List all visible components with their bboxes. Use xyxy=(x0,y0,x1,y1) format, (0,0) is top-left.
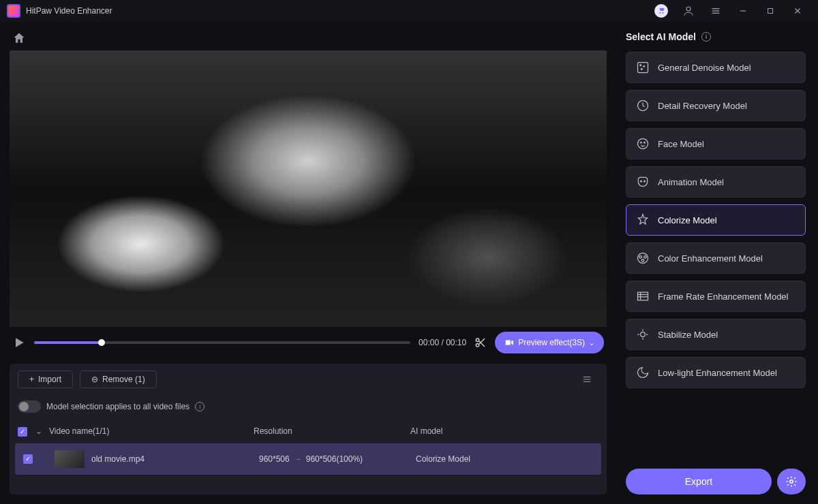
preview-effect-button[interactable]: Preview effect(3S) ⌄ xyxy=(495,332,604,353)
svg-point-16 xyxy=(640,65,641,66)
list-icon xyxy=(581,375,593,384)
maximize-icon xyxy=(766,7,774,15)
play-icon xyxy=(12,336,26,349)
svg-point-33 xyxy=(641,332,646,337)
toggle-knob xyxy=(19,402,29,411)
table-row[interactable]: ✓ old movie.mp4 960*506 → 960*506(100%) … xyxy=(15,443,601,475)
import-label: Import xyxy=(38,375,61,384)
preview-effect-label: Preview effect(3S) xyxy=(518,338,585,347)
apply-all-toggle[interactable] xyxy=(18,400,41,413)
play-button[interactable] xyxy=(12,336,26,349)
model-label: Detail Recovery Model xyxy=(658,101,747,111)
list-view-button[interactable] xyxy=(575,375,599,384)
file-table-header: ✓ ⌄ Video name(1/1) Resolution AI model xyxy=(10,420,607,443)
minus-circle-icon: ⊖ xyxy=(91,375,98,384)
import-button[interactable]: +Import xyxy=(18,371,73,388)
resolution-out: 960*506(100%) xyxy=(306,454,363,464)
file-model: Colorize Model xyxy=(416,454,593,464)
svg-point-23 xyxy=(641,180,642,182)
svg-point-9 xyxy=(476,344,479,347)
model-label: Colorize Model xyxy=(658,215,717,225)
model-label: Low-light Enhancement Model xyxy=(658,368,777,378)
model-icon xyxy=(636,366,650,379)
model-item-1[interactable]: Detail Recovery Model xyxy=(626,90,806,121)
gear-icon xyxy=(785,475,798,488)
file-panel: +Import ⊖Remove (1) Model selection appl… xyxy=(10,364,607,494)
svg-rect-29 xyxy=(638,292,648,300)
remove-button[interactable]: ⊖Remove (1) xyxy=(80,371,157,388)
col-resolution: Resolution xyxy=(254,426,410,436)
time-display: 00:00 / 00:10 xyxy=(419,338,466,347)
user-icon xyxy=(682,5,695,17)
model-label: Stabilize Model xyxy=(658,330,718,340)
model-label: Face Model xyxy=(658,139,704,149)
info-icon[interactable]: i xyxy=(195,402,204,411)
svg-point-28 xyxy=(641,259,643,262)
svg-point-18 xyxy=(641,69,643,70)
svg-point-22 xyxy=(644,142,646,144)
close-icon xyxy=(793,6,802,16)
svg-point-17 xyxy=(643,66,645,67)
cart-button[interactable] xyxy=(652,1,671,20)
model-list: General Denoise ModelDetail Recovery Mod… xyxy=(626,52,806,459)
svg-point-21 xyxy=(641,142,642,144)
menu-button[interactable] xyxy=(706,1,725,20)
col-ai-model: AI model xyxy=(410,426,599,436)
model-icon xyxy=(636,61,650,74)
col-video-name: Video name(1/1) xyxy=(49,426,254,436)
info-icon[interactable]: i xyxy=(701,32,711,42)
export-settings-button[interactable] xyxy=(777,469,806,494)
cart-icon xyxy=(654,4,668,18)
model-item-3[interactable]: Animation Model xyxy=(626,166,806,198)
arrow-right-icon: → xyxy=(294,454,302,464)
scissors-icon xyxy=(474,336,487,349)
model-label: Animation Model xyxy=(658,177,724,187)
svg-point-26 xyxy=(639,256,641,258)
model-icon xyxy=(636,213,650,227)
progress-thumb[interactable] xyxy=(98,339,105,346)
select-all-checkbox[interactable]: ✓ xyxy=(18,427,27,437)
model-icon xyxy=(636,99,650,112)
home-icon xyxy=(12,31,26,45)
home-button[interactable] xyxy=(12,31,26,45)
chevron-down-icon[interactable]: ⌄ xyxy=(35,426,49,436)
model-icon xyxy=(636,328,650,341)
model-item-6[interactable]: Frame Rate Enhancement Model xyxy=(626,281,806,312)
model-item-5[interactable]: Color Enhancement Model xyxy=(626,242,806,274)
close-button[interactable] xyxy=(788,1,807,20)
model-label: Color Enhancement Model xyxy=(658,253,763,264)
svg-point-34 xyxy=(790,480,793,484)
model-item-8[interactable]: Low-light Enhancement Model xyxy=(626,357,806,388)
video-thumbnail xyxy=(55,450,85,468)
cut-button[interactable] xyxy=(474,336,487,349)
titlebar: HitPaw Video Enhancer xyxy=(0,0,818,22)
chevron-down-icon: ⌄ xyxy=(589,339,594,347)
svg-point-8 xyxy=(476,338,479,342)
progress-bar[interactable] xyxy=(34,341,410,344)
app-title: HitPaw Video Enhancer xyxy=(26,6,112,16)
sidebar-title-text: Select AI Model xyxy=(626,31,696,42)
model-item-7[interactable]: Stabilize Model xyxy=(626,319,806,350)
model-icon xyxy=(636,289,650,303)
svg-rect-15 xyxy=(638,63,648,73)
model-item-2[interactable]: Face Model xyxy=(626,128,806,159)
remove-label: Remove (1) xyxy=(102,375,145,384)
model-item-4[interactable]: Colorize Model xyxy=(626,204,806,236)
apply-all-label: Model selection applies to all video fil… xyxy=(46,402,190,411)
model-icon xyxy=(636,251,650,265)
minimize-button[interactable] xyxy=(733,1,753,20)
row-checkbox[interactable]: ✓ xyxy=(23,454,33,464)
app-logo-icon xyxy=(7,4,20,18)
model-item-0[interactable]: General Denoise Model xyxy=(626,52,806,83)
camera-icon xyxy=(504,338,514,347)
maximize-button[interactable] xyxy=(761,1,780,20)
sidebar-title: Select AI Model i xyxy=(626,31,806,42)
video-preview[interactable] xyxy=(10,50,607,327)
svg-point-24 xyxy=(644,180,646,182)
file-name: old movie.mp4 xyxy=(91,454,145,464)
resolution-in: 960*506 xyxy=(259,454,290,464)
model-label: Frame Rate Enhancement Model xyxy=(658,292,788,302)
export-button[interactable]: Export xyxy=(626,469,772,494)
account-button[interactable] xyxy=(679,1,698,20)
minimize-icon xyxy=(738,6,748,16)
